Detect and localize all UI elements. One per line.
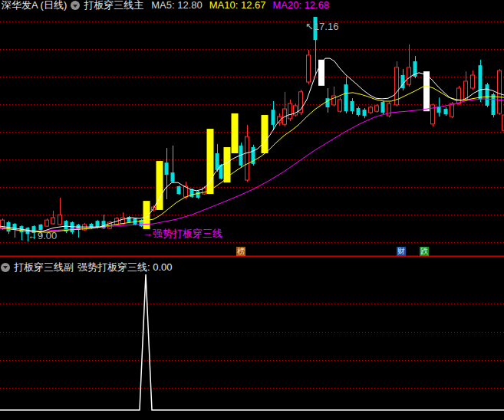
main-indicator-dropdown-icon[interactable] xyxy=(71,1,80,10)
sub-indicator-dropdown-icon[interactable] xyxy=(1,263,10,272)
ma10-value-label: MA10: 12.67 xyxy=(209,0,266,11)
sub-chart-header: 打板穿三线副 强势打板穿三线: 0.00 xyxy=(1,262,173,272)
high-price-annotation: ↖17.16 xyxy=(305,21,338,32)
chart-canvas[interactable]: ↖17.16 ←9.00 →强势打板穿三线 xyxy=(0,0,504,420)
rank-badge[interactable]: 榜 xyxy=(236,247,245,256)
main-indicator-label: 打板穿三线主 xyxy=(84,0,143,11)
trading-app-window: 深华发A (日线) 打板穿三线主 MA5: 12.80 MA10: 12.67 … xyxy=(0,0,504,420)
finance-badge[interactable]: 财 xyxy=(397,247,406,256)
ma20-value-label: MA20: 12.68 xyxy=(272,0,329,11)
low-price-annotation: ←9.00 xyxy=(28,230,57,241)
symbol-period-label: 深华发A (日线) xyxy=(2,0,67,11)
sub-indicator-value: 强势打板穿三线: 0.00 xyxy=(77,262,173,272)
main-chart-header: 深华发A (日线) 打板穿三线主 MA5: 12.80 MA10: 12.67 … xyxy=(2,0,329,11)
fall-badge[interactable]: 跌 xyxy=(420,247,429,256)
signal-indicator-line xyxy=(0,274,504,410)
candlesticks xyxy=(1,17,504,241)
sub-chart-gridlines xyxy=(0,304,504,389)
chevron-down-icon xyxy=(3,266,8,269)
main-chart-gridlines xyxy=(0,22,504,243)
chevron-down-icon xyxy=(73,5,77,8)
ma5-value-label: MA5: 12.80 xyxy=(151,0,203,11)
sub-indicator-label: 打板穿三线副 xyxy=(14,262,74,272)
signal-annotation: →强势打板穿三线 xyxy=(143,228,222,239)
